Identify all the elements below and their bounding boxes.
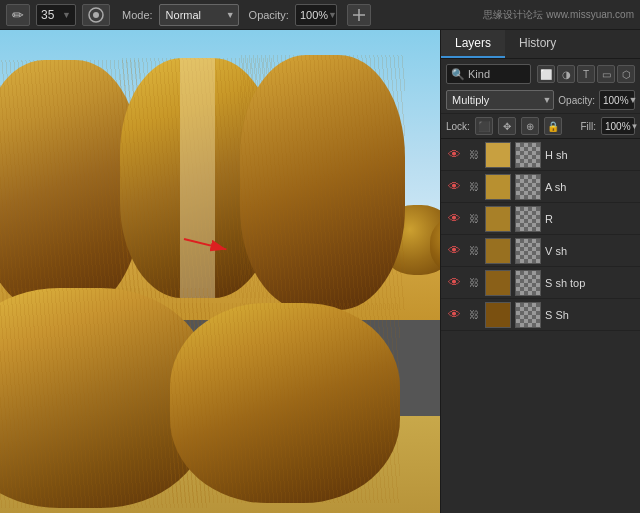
panel-tabs: Layers History — [441, 30, 640, 59]
mode-select-wrapper: Normal Multiply Screen Overlay ▼ — [159, 4, 239, 26]
tab-history[interactable]: History — [505, 30, 570, 58]
layer-link-icon: ⛓ — [467, 308, 481, 322]
fill-label: Fill: — [580, 121, 596, 132]
thumb-content — [486, 271, 510, 295]
layer-thumbnail — [485, 174, 511, 200]
filter-pixel-icon[interactable]: ⬜ — [537, 65, 555, 83]
layers-list: 👁 ⛓ H sh 👁 ⛓ A sh — [441, 139, 640, 513]
mask-content — [516, 175, 540, 199]
filter-icons: ⬜ ◑ T ▭ ⬡ — [537, 65, 635, 83]
filter-shape-icon[interactable]: ▭ — [597, 65, 615, 83]
mode-label: Mode: — [122, 9, 153, 21]
svg-point-1 — [93, 12, 99, 18]
lock-row: Lock: ⬛ ✥ ⊕ 🔒 Fill: 100% ▼ — [441, 114, 640, 139]
fill-input[interactable]: 100% ▼ — [601, 117, 635, 135]
canvas-area[interactable] — [0, 30, 440, 513]
lock-label: Lock: — [446, 121, 470, 132]
bale-center-right — [240, 55, 405, 310]
brush-size-arrow: ▼ — [62, 10, 71, 20]
thumb-content — [486, 175, 510, 199]
extra-tool-icon[interactable] — [347, 4, 371, 26]
mask-content — [516, 303, 540, 327]
layer-name: V sh — [545, 245, 636, 257]
bale-stripe — [180, 58, 215, 298]
layer-row[interactable]: 👁 ⛓ V sh — [441, 235, 640, 267]
layer-mask-thumbnail — [515, 238, 541, 264]
layer-row[interactable]: 👁 ⛓ S sh top — [441, 267, 640, 299]
tab-layers[interactable]: Layers — [441, 30, 505, 58]
watermark-text: 思缘设计论坛 www.missyuan.com — [483, 8, 634, 22]
layer-visibility-toggle[interactable]: 👁 — [445, 146, 463, 164]
mask-content — [516, 207, 540, 231]
layer-thumbnail — [485, 238, 511, 264]
panel-opacity-input[interactable]: 100% ▼ — [599, 90, 635, 110]
layer-row[interactable]: 👁 ⛓ R — [441, 203, 640, 235]
layer-link-icon: ⛓ — [467, 180, 481, 194]
layers-panel: Layers History 🔍 Kind ⬜ ◑ T ▭ ⬡ Multiply — [440, 30, 640, 513]
main-area: Layers History 🔍 Kind ⬜ ◑ T ▭ ⬡ Multiply — [0, 30, 640, 513]
lock-artboard-icon[interactable]: ⊕ — [521, 117, 539, 135]
layer-link-icon: ⛓ — [467, 276, 481, 290]
mask-content — [516, 239, 540, 263]
toolbar: ✏ 35 ▼ Mode: Normal Multiply Screen Over… — [0, 0, 640, 30]
mode-select[interactable]: Normal Multiply Screen Overlay — [159, 4, 239, 26]
panel-filter-bar: 🔍 Kind ⬜ ◑ T ▭ ⬡ — [441, 59, 640, 87]
layer-visibility-toggle[interactable]: 👁 — [445, 306, 463, 324]
blend-mode-row: Multiply Normal Screen Overlay ▼ Opacity… — [441, 87, 640, 114]
straw-bottom-center — [170, 303, 400, 503]
kind-label: Kind — [468, 68, 490, 80]
filter-adjust-icon[interactable]: ◑ — [557, 65, 575, 83]
panel-opacity-label: Opacity: — [558, 95, 595, 106]
panel-opacity-wrapper: 100% ▼ — [599, 90, 635, 110]
layer-visibility-toggle[interactable]: 👁 — [445, 242, 463, 260]
search-icon: 🔍 — [451, 68, 465, 81]
mask-content — [516, 271, 540, 295]
layer-visibility-toggle[interactable]: 👁 — [445, 274, 463, 292]
opacity-arrow: ▼ — [328, 10, 337, 20]
brush-options-icon[interactable] — [82, 4, 110, 26]
layer-visibility-toggle[interactable]: 👁 — [445, 178, 463, 196]
layer-mask-thumbnail — [515, 206, 541, 232]
layer-row[interactable]: 👁 ⛓ S Sh — [441, 299, 640, 331]
layer-thumbnail — [485, 270, 511, 296]
panel-opacity-arrow: ▼ — [629, 95, 638, 105]
lock-all-icon[interactable]: 🔒 — [544, 117, 562, 135]
layer-name: H sh — [545, 149, 636, 161]
thumb-content — [486, 143, 510, 167]
thumb-content — [486, 207, 510, 231]
lock-move-icon[interactable]: ✥ — [498, 117, 516, 135]
layer-thumbnail — [485, 142, 511, 168]
layer-link-icon: ⛓ — [467, 148, 481, 162]
opacity-label: Opacity: — [249, 9, 289, 21]
bale-left — [0, 60, 140, 310]
lock-checkerboard-icon[interactable]: ⬛ — [475, 117, 493, 135]
mask-content — [516, 143, 540, 167]
layer-mask-thumbnail — [515, 174, 541, 200]
brush-tool-icon[interactable]: ✏ — [6, 4, 30, 26]
bale-bottom-center — [170, 303, 400, 503]
straw-left — [0, 60, 140, 310]
opacity-input[interactable]: 100% ▼ — [295, 4, 337, 26]
layer-visibility-toggle[interactable]: 👁 — [445, 210, 463, 228]
layer-link-icon: ⛓ — [467, 212, 481, 226]
layer-thumbnail — [485, 206, 511, 232]
brush-size-input[interactable]: 35 ▼ — [36, 4, 76, 26]
blend-mode-select[interactable]: Multiply Normal Screen Overlay — [446, 90, 554, 110]
layer-mask-thumbnail — [515, 302, 541, 328]
layer-name: A sh — [545, 181, 636, 193]
layer-name: S sh top — [545, 277, 636, 289]
layer-row[interactable]: 👁 ⛓ H sh — [441, 139, 640, 171]
layer-row[interactable]: 👁 ⛓ A sh — [441, 171, 640, 203]
layer-name: R — [545, 213, 636, 225]
blend-select-wrapper: Multiply Normal Screen Overlay ▼ — [446, 90, 554, 110]
thumb-content — [486, 239, 510, 263]
fill-arrow: ▼ — [631, 122, 639, 131]
layer-search[interactable]: 🔍 Kind — [446, 64, 531, 84]
layer-mask-thumbnail — [515, 270, 541, 296]
layer-name: S Sh — [545, 309, 636, 321]
layer-thumbnail — [485, 302, 511, 328]
filter-smart-icon[interactable]: ⬡ — [617, 65, 635, 83]
layer-link-icon: ⛓ — [467, 244, 481, 258]
filter-type-icon[interactable]: T — [577, 65, 595, 83]
layer-mask-thumbnail — [515, 142, 541, 168]
